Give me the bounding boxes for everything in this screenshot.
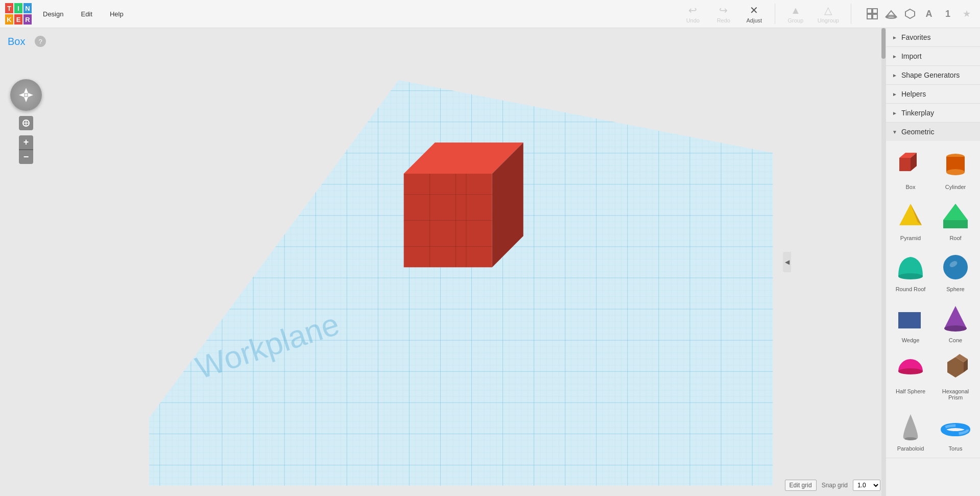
logo-k: K — [5, 14, 13, 25]
shape-roof[interactable]: Roof — [935, 196, 976, 243]
canvas-area[interactable]: Box ? — [0, 28, 886, 496]
panel-section-shape-generators: ► Shape Generators — [886, 66, 980, 85]
panel-header-import[interactable]: ► Import — [886, 47, 980, 65]
logo-e: E — [14, 14, 22, 25]
svg-point-46 — [904, 437, 917, 440]
snap-label: Snap grid — [822, 482, 848, 489]
panel-section-favorites: ► Favorites — [886, 28, 980, 47]
svg-rect-1 — [873, 9, 877, 13]
panel-header-helpers[interactable]: ► Helpers — [886, 85, 980, 103]
helpers-arrow: ► — [892, 91, 897, 97]
undo-icon: ↩ — [688, 4, 697, 16]
group-button[interactable]: ▲ Group — [783, 3, 808, 26]
grid-view-icon[interactable] — [864, 6, 880, 22]
shape-half-sphere[interactable]: Half Sphere — [890, 349, 931, 403]
panel-header-favorites[interactable]: ► Favorites — [886, 28, 980, 46]
shape-torus-label: Torus — [949, 445, 963, 452]
panel-section-import: ► Import — [886, 47, 980, 66]
redo-button[interactable]: ↪ Redo — [711, 2, 736, 26]
main-area: Box ? — [0, 28, 980, 496]
shape-roof-label: Roof — [949, 235, 961, 241]
helpers-label: Helpers — [901, 90, 926, 98]
svg-point-34 — [898, 273, 923, 279]
panel-header-tinkerplay[interactable]: ► Tinkerplay — [886, 104, 980, 122]
star-icon[interactable]: ★ — [959, 6, 975, 22]
menu-edit[interactable]: Edit — [75, 7, 98, 21]
bottom-controls: Edit grid Snap grid 1.0 0.5 0.25 2.0 — [785, 480, 880, 491]
favorites-label: Favorites — [901, 33, 931, 41]
geometric-arrow: ▼ — [892, 129, 897, 135]
view-icons-group: A 1 ★ — [864, 6, 975, 22]
shape-cylinder-label: Cylinder — [945, 184, 966, 190]
solid-view-icon[interactable] — [902, 6, 918, 22]
collapse-panel-button[interactable]: ◀ — [783, 252, 791, 272]
edit-grid-button[interactable]: Edit grid — [785, 480, 817, 491]
svg-point-41 — [944, 325, 967, 332]
snap-select[interactable]: 1.0 0.5 0.25 2.0 — [853, 480, 880, 491]
ungroup-icon: △ — [824, 4, 832, 16]
shape-pyramid-label: Pyramid — [900, 235, 921, 241]
toolbar-separator-2 — [851, 4, 851, 24]
panel-header-geometric[interactable]: ▼ Geometric — [886, 123, 980, 141]
import-arrow: ► — [892, 54, 897, 59]
text-icon[interactable]: A — [921, 6, 937, 22]
svg-point-35 — [943, 255, 968, 279]
geometric-label: Geometric — [901, 128, 935, 136]
shape-pyramid[interactable]: Pyramid — [890, 196, 931, 243]
shape-cone[interactable]: Cone — [935, 298, 976, 345]
panel-header-shape-generators[interactable]: ► Shape Generators — [886, 66, 980, 84]
shape-wedge-label: Wedge — [902, 337, 920, 343]
favorites-arrow: ► — [892, 35, 897, 40]
shape-round-roof-label: Round Roof — [896, 286, 926, 292]
geometric-shapes: Box Cylinder — [886, 141, 980, 458]
import-label: Import — [901, 52, 922, 60]
menu-design[interactable]: Design — [37, 7, 69, 21]
svg-rect-0 — [867, 9, 872, 13]
panel-section-geometric: ▼ Geometric Box — [886, 123, 980, 458]
shape-cone-label: Cone — [949, 337, 962, 343]
menu-help[interactable]: Help — [104, 7, 130, 21]
shape-cylinder[interactable]: Cylinder — [935, 145, 976, 192]
shape-generators-label: Shape Generators — [901, 71, 960, 79]
shape-paraboloid-label: Paraboloid — [897, 445, 924, 452]
shape-hexagonal-prism-label: Hexagonal Prism — [937, 388, 974, 400]
shape-half-sphere-label: Half Sphere — [896, 388, 925, 394]
shape-torus[interactable]: Torus — [935, 407, 976, 454]
toolbar-separator-1 — [775, 4, 775, 24]
svg-marker-33 — [943, 204, 968, 220]
svg-marker-40 — [944, 306, 967, 328]
svg-rect-2 — [867, 14, 872, 19]
topbar: T I N K E R Design Edit Help ↩ Undo ↪ Re… — [0, 0, 980, 28]
shape-hexagonal-prism[interactable]: Hexagonal Prism — [935, 349, 976, 403]
undo-button[interactable]: ↩ Undo — [680, 2, 706, 26]
shape-round-roof[interactable]: Round Roof — [890, 247, 931, 294]
svg-marker-5 — [905, 9, 915, 18]
shape-sphere[interactable]: Sphere — [935, 247, 976, 294]
shape-box-label: Box — [906, 184, 916, 190]
tinkerplay-arrow: ► — [892, 110, 897, 116]
panel-section-tinkerplay: ► Tinkerplay — [886, 104, 980, 123]
3d-view-icon[interactable] — [883, 6, 899, 22]
svg-marker-17 — [149, 80, 773, 486]
svg-marker-24 — [899, 158, 911, 171]
shape-generators-arrow: ► — [892, 73, 897, 78]
redo-icon: ↪ — [719, 4, 728, 16]
shape-box[interactable]: Box — [890, 145, 931, 192]
shape-grid: Box Cylinder — [890, 145, 976, 454]
adjust-icon: ✕ — [750, 4, 758, 16]
shape-paraboloid[interactable]: Paraboloid — [890, 407, 931, 454]
ungroup-button[interactable]: △ Ungroup — [814, 2, 843, 26]
shape-wedge[interactable]: Wedge — [890, 298, 931, 345]
logo-t: T — [5, 3, 13, 13]
group-icon: ▲ — [791, 5, 801, 16]
adjust-button[interactable]: ✕ Adjust — [742, 2, 767, 26]
svg-point-42 — [898, 368, 923, 374]
workplane-grid: Workplane — [0, 28, 886, 496]
logo-r: R — [23, 14, 32, 25]
logo-n: N — [23, 3, 32, 13]
tinkerplay-label: Tinkerplay — [901, 109, 934, 117]
number-icon[interactable]: 1 — [940, 6, 956, 22]
svg-point-29 — [946, 169, 965, 175]
tinkercad-logo[interactable]: T I N K E R — [5, 3, 32, 25]
svg-rect-3 — [873, 14, 877, 19]
